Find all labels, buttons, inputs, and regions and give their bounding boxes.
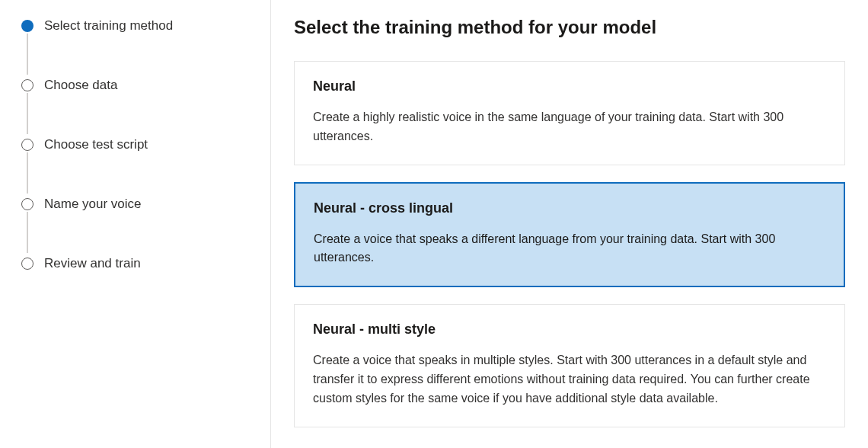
- option-title: Neural - multi style: [313, 322, 826, 338]
- step-marker-upcoming: [21, 139, 34, 151]
- step-choose-test-script[interactable]: Choose test script: [0, 136, 270, 154]
- step-review-and-train[interactable]: Review and train: [0, 254, 270, 273]
- step-label: Name your voice: [44, 197, 142, 212]
- option-neural-cross-lingual[interactable]: Neural - cross lingual Create a voice th…: [294, 182, 845, 288]
- step-connector: [27, 34, 28, 75]
- option-title: Neural: [313, 78, 826, 94]
- option-desc: Create a highly realistic voice in the s…: [313, 108, 826, 146]
- option-neural-multi-style[interactable]: Neural - multi style Create a voice that…: [294, 304, 845, 427]
- option-desc: Create a voice that speaks a different l…: [314, 230, 825, 268]
- step-marker-current: [21, 20, 34, 32]
- page-title: Select the training method for your mode…: [294, 17, 845, 38]
- option-neural[interactable]: Neural Create a highly realistic voice i…: [294, 61, 845, 165]
- step-marker-upcoming: [21, 258, 34, 270]
- step-choose-data[interactable]: Choose data: [0, 76, 270, 94]
- step-label: Choose data: [44, 78, 117, 93]
- step-marker-upcoming: [21, 198, 34, 210]
- step-connector: [27, 212, 28, 253]
- step-connector: [27, 93, 28, 134]
- option-desc: Create a voice that speaks in multiple s…: [313, 351, 826, 408]
- step-label: Select training method: [44, 18, 173, 34]
- step-label: Choose test script: [44, 137, 148, 152]
- option-title: Neural - cross lingual: [314, 200, 825, 216]
- step-name-your-voice[interactable]: Name your voice: [0, 195, 270, 213]
- step-marker-upcoming: [21, 79, 34, 91]
- step-select-training-method[interactable]: Select training method: [0, 17, 270, 35]
- step-label: Review and train: [44, 256, 141, 271]
- main-content: Select the training method for your mode…: [271, 0, 868, 448]
- wizard-stepper: Select training method Choose data Choos…: [0, 0, 271, 448]
- step-connector: [27, 152, 28, 194]
